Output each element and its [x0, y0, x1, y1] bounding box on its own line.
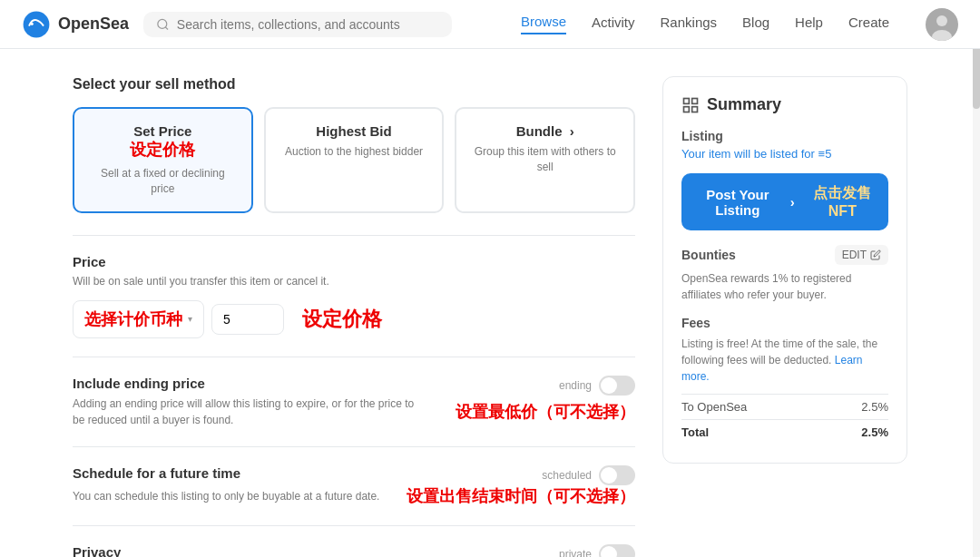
search-input[interactable] — [177, 17, 439, 32]
bundle-title: Bundle › — [471, 123, 619, 139]
highest-bid-desc: Auction to the highest bidder — [280, 144, 428, 160]
fee-row-opensea: To OpenSea 2.5% — [681, 394, 888, 419]
ending-price-title: Include ending price — [73, 376, 205, 391]
ending-price-row: Include ending price ending Adding an en… — [73, 357, 635, 446]
post-listing-button[interactable]: Post Your Listing › 点击发售NFT — [681, 173, 888, 230]
bounties-label: Bounties — [681, 248, 736, 262]
set-price-desc: Sell at a fixed or declining price — [89, 166, 237, 197]
currency-label: 选择计价币种 — [84, 308, 182, 330]
nav-links: Browse Activity Rankings Blog Help Creat… — [521, 8, 958, 41]
fee-total-label: Total — [681, 425, 709, 439]
currency-select[interactable]: 选择计价币种 ▾ — [73, 300, 204, 338]
schedule-toggle-container: scheduled — [542, 465, 635, 485]
listing-label: Listing — [681, 129, 888, 143]
summary-icon — [681, 96, 700, 114]
fee-total-row: Total 2.5% — [681, 419, 888, 445]
fee-label-opensea: To OpenSea — [681, 400, 747, 414]
privacy-row: Privacy private You can keep your listin… — [73, 525, 635, 557]
privacy-toggle-container: private — [559, 544, 635, 557]
nav-create[interactable]: Create — [848, 15, 889, 34]
left-panel: Select your sell method Set Price 设定价格 S… — [73, 76, 635, 557]
sell-card-highest-bid[interactable]: Highest Bid Auction to the highest bidde… — [264, 107, 445, 213]
bundle-desc: Group this item with others to sell — [471, 144, 619, 175]
summary-title: Summary — [681, 95, 888, 114]
navbar: OpenSea Browse Activity Rankings Blog He… — [0, 0, 980, 49]
highest-bid-title: Highest Bid — [280, 123, 428, 139]
privacy-toggle-label: private — [559, 548, 592, 557]
fees-title: Fees — [681, 316, 888, 330]
logo[interactable]: OpenSea — [22, 10, 129, 39]
privacy-toggle[interactable] — [599, 544, 635, 557]
schedule-desc: You can schedule this listing to only be… — [73, 488, 379, 504]
svg-line-3 — [165, 26, 168, 29]
nav-blog[interactable]: Blog — [742, 15, 769, 34]
bounties-row: Bounties EDIT — [681, 245, 888, 265]
svg-point-5 — [936, 15, 947, 26]
listing-price: ≡5 — [818, 147, 832, 161]
post-btn-overlay: 点击发售NFT — [808, 184, 877, 220]
search-icon — [156, 17, 170, 32]
schedule-toggle[interactable] — [599, 465, 635, 485]
fees-desc: Listing is free! At the time of the sale… — [681, 336, 888, 385]
sell-card-set-price[interactable]: Set Price 设定价格 Sell at a fixed or declin… — [73, 107, 253, 213]
ending-overlay: 设置最低价（可不选择） — [456, 401, 635, 423]
svg-rect-8 — [692, 98, 698, 103]
ending-toggle-label: ending — [559, 379, 592, 392]
currency-arrow-icon: ▾ — [188, 314, 192, 324]
right-panel: Summary Listing Your item will be listed… — [662, 76, 907, 557]
user-avatar[interactable] — [926, 8, 958, 41]
edit-icon — [870, 249, 881, 260]
sell-method-title: Select your sell method — [73, 76, 635, 93]
scrollbar-track — [973, 0, 980, 557]
listing-text: Your item will be listed for ≡5 — [681, 147, 888, 161]
price-title: Price — [73, 254, 329, 269]
brand-name: OpenSea — [58, 15, 129, 34]
nav-browse[interactable]: Browse — [521, 14, 566, 34]
price-overlay: 设定价格 — [302, 306, 382, 333]
nav-activity[interactable]: Activity — [592, 15, 635, 34]
nav-rankings[interactable]: Rankings — [661, 15, 718, 34]
price-desc: Will be on sale until you transfer this … — [73, 273, 329, 289]
sell-method-cards: Set Price 设定价格 Sell at a fixed or declin… — [73, 107, 635, 213]
fee-value-opensea: 2.5% — [861, 400, 888, 414]
bundle-arrow: › — [570, 123, 574, 139]
search-bar[interactable] — [143, 12, 452, 37]
fee-total-value: 2.5% — [861, 425, 888, 439]
price-input[interactable] — [211, 304, 284, 335]
page-content: Select your sell method Set Price 设定价格 S… — [0, 49, 980, 557]
schedule-title: Schedule for a future time — [73, 465, 240, 481]
price-row: Price Will be on sale until you transfer… — [73, 235, 635, 357]
summary-card: Summary Listing Your item will be listed… — [662, 76, 907, 464]
svg-point-2 — [158, 19, 167, 28]
price-input-row: 选择计价币种 ▾ 设定价格 — [73, 300, 635, 338]
sell-card-bundle[interactable]: Bundle › Group this item with others to … — [455, 107, 635, 213]
svg-rect-9 — [684, 106, 690, 112]
svg-rect-10 — [692, 106, 698, 112]
set-price-title: Set Price 设定价格 — [89, 123, 237, 161]
schedule-toggle-label: scheduled — [542, 469, 592, 482]
privacy-title: Privacy — [73, 544, 121, 557]
ending-price-desc: Adding an ending price will allow this l… — [73, 396, 417, 428]
svg-point-1 — [31, 22, 34, 24]
nav-help[interactable]: Help — [795, 15, 823, 34]
schedule-row: Schedule for a future time scheduled You… — [73, 446, 635, 525]
edit-button[interactable]: EDIT — [835, 245, 888, 265]
ending-price-toggle-container: ending — [559, 376, 635, 396]
schedule-overlay: 设置出售结束时间（可不选择） — [407, 485, 635, 507]
svg-point-0 — [24, 11, 50, 37]
ending-price-toggle[interactable] — [599, 376, 635, 396]
svg-rect-7 — [684, 98, 690, 103]
bounties-desc: OpenSea rewards 1% to registered affilia… — [681, 270, 888, 303]
